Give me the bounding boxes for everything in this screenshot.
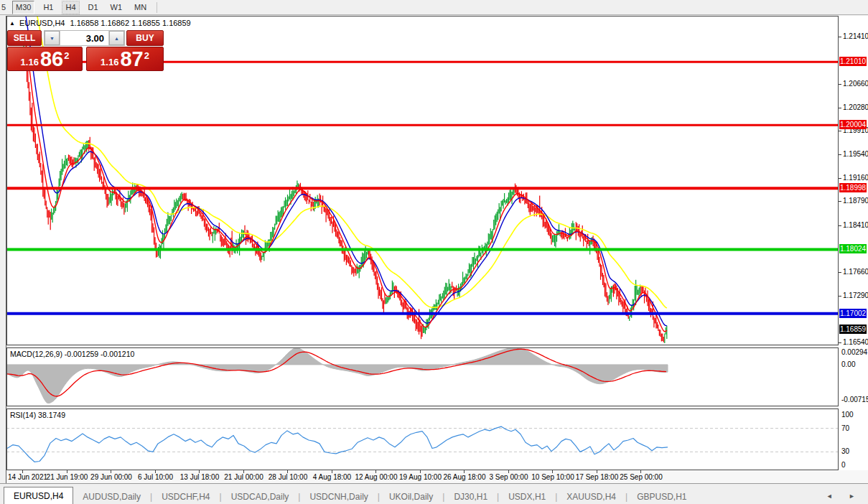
timeframe-button-5[interactable]: 5 xyxy=(0,1,7,14)
macd-axis-bottom: -0.007151 xyxy=(841,396,868,404)
price-tick-mark xyxy=(839,178,841,179)
timeframe-button-mn[interactable]: MN xyxy=(131,1,150,14)
chevron-down-icon: ▼ xyxy=(50,36,55,41)
volume-decrease-button[interactable]: ▼ xyxy=(45,31,60,45)
volume-spinner: ▼ ▲ xyxy=(44,30,125,46)
price-level-label-1.17002: 1.17002 xyxy=(839,309,867,318)
price-tick-label: 1.19160 xyxy=(843,174,867,182)
price-tick-label: 1.18790 xyxy=(843,197,867,205)
time-axis: 14 Jun 202121 Jun 19:0029 Jun 00:006 Jul… xyxy=(6,470,868,483)
buy-price-button[interactable]: 1.16 87 2 xyxy=(86,47,164,71)
rsi-axis-0: 0 xyxy=(841,461,846,470)
price-tick-mark xyxy=(839,272,841,273)
macd-indicator-label: MACD(12,26,9) -0.001259 -0.001210 xyxy=(10,350,134,358)
volume-increase-button[interactable]: ▲ xyxy=(109,31,124,45)
price-tick-label: 1.17290 xyxy=(843,291,867,300)
timeframe-button-w1[interactable]: W1 xyxy=(107,1,126,14)
time-tick-label: 10 Sep 10:00 xyxy=(528,473,578,481)
rsi-axis-30: 30 xyxy=(841,447,849,456)
rsi-canvas[interactable] xyxy=(6,409,839,470)
price-tick-label: 1.19540 xyxy=(843,150,867,159)
rsi-axis-70: 70 xyxy=(841,424,849,433)
tab-usdcnh-daily[interactable]: USDCNH,Daily xyxy=(300,490,377,504)
time-tick-label: 19 Aug 10:00 xyxy=(396,473,446,481)
price-tick-mark xyxy=(839,296,841,297)
chevron-up-icon: ▲ xyxy=(114,36,119,41)
macd-axis-top: 0.002947 xyxy=(841,348,868,357)
time-tick-label: 21 Jul 00:00 xyxy=(219,473,269,481)
time-tick-label: 17 Sep 18:00 xyxy=(572,473,622,481)
tab-usdx-h1[interactable]: USDX,H1 xyxy=(499,490,555,504)
rsi-indicator-label: RSI(14) 38.1749 xyxy=(10,411,65,419)
candles-down xyxy=(24,47,663,342)
timeframe-button-d1[interactable]: D1 xyxy=(85,1,102,14)
time-tick-label: 28 Jul 10:00 xyxy=(263,473,313,481)
tab-dj30-h1[interactable]: DJ30,H1 xyxy=(444,490,497,504)
sell-button[interactable]: SELL xyxy=(7,30,42,46)
price-tick-label: 1.16540 xyxy=(843,338,867,347)
time-tick-label: 4 Aug 18:00 xyxy=(307,473,358,481)
time-tick-label: 13 Jul 18:00 xyxy=(174,473,225,481)
chart-header: ▲ EURUSD,H4 1.16858 1.16862 1.16855 1.16… xyxy=(9,19,191,27)
chart-header-symbol: EURUSD,H4 xyxy=(19,19,65,27)
volume-input[interactable] xyxy=(60,31,109,45)
price-tick-mark xyxy=(839,37,841,37)
one-click-trading-panel: SELL ▼ ▲ BUY 1.16 86 2 1.16 87 2 xyxy=(7,30,164,71)
time-tick-label: 3 Sep 00:00 xyxy=(484,473,534,481)
price-tick-mark xyxy=(839,225,841,226)
price-tick-mark xyxy=(839,342,841,343)
time-tick-label: 12 Aug 00:00 xyxy=(351,473,401,481)
time-tick-label: 21 Jun 19:00 xyxy=(42,473,93,481)
price-level-label-1.20004: 1.20004 xyxy=(839,120,867,129)
timeframe-buttons: 5M30H1H4D1W1MN xyxy=(0,1,150,14)
time-tick-label: 6 Jul 10:00 xyxy=(131,473,181,481)
buy-big-figure: 1.16 xyxy=(101,57,118,67)
price-tick-mark xyxy=(839,131,841,131)
tab-usdcad-daily[interactable]: USDCAD,Daily xyxy=(222,490,299,504)
ma-fast-line xyxy=(24,34,667,332)
sell-pipette: 2 xyxy=(64,50,69,61)
tab-usdchf-h4[interactable]: USDCHF,H4 xyxy=(152,490,219,504)
price-level-label-1.21010: 1.21010 xyxy=(839,57,867,66)
rsi-pane-border xyxy=(7,409,839,470)
timeframe-button-h1[interactable]: H1 xyxy=(39,1,57,14)
tab-ukoil-daily[interactable]: UKOil,Daily xyxy=(380,490,442,504)
price-tick-label: 1.17660 xyxy=(843,268,867,276)
price-level-label-1.18024: 1.18024 xyxy=(839,244,867,253)
toolbar-separator xyxy=(157,2,157,13)
chart-header-ohlc: 1.16858 1.16862 1.16855 1.16859 xyxy=(70,19,191,27)
tab-scroll-arrows[interactable]: ◄ ► xyxy=(826,493,862,500)
current-price-label: 1.16859 xyxy=(839,325,867,334)
tab-gbpusd-h1[interactable]: GBPUSD,H1 xyxy=(627,490,696,504)
tab-xauusd-h4[interactable]: XAUUSD,H4 xyxy=(557,490,625,504)
rsi-line xyxy=(7,426,668,462)
price-tick-label: 1.18410 xyxy=(843,221,867,230)
chart-marker-icon: ▲ xyxy=(9,19,15,27)
tab-audusd-daily[interactable]: AUDUSD,Daily xyxy=(73,490,150,504)
time-tick-label: 25 Sep 00:00 xyxy=(616,473,666,481)
buy-button[interactable]: BUY xyxy=(126,30,164,46)
price-tick-mark xyxy=(839,154,841,155)
price-tick-mark xyxy=(839,84,841,85)
sell-big-figure: 1.16 xyxy=(21,57,39,67)
chart-tabs: EURUSD,H4AUDUSD,Daily|USDCHF,H4|USDCAD,D… xyxy=(0,487,696,504)
price-tick-mark xyxy=(839,201,841,202)
rsi-axis-100: 100 xyxy=(841,411,854,419)
price-tick-label: 1.21410 xyxy=(843,32,867,41)
buy-pips: 87 xyxy=(120,48,143,70)
chart-tabs-bar: EURUSD,H4AUDUSD,Daily|USDCHF,H4|USDCAD,D… xyxy=(0,483,868,504)
time-tick-label: 26 Aug 18:00 xyxy=(439,473,490,481)
price-tick-mark xyxy=(839,108,841,108)
sell-pips: 86 xyxy=(40,48,63,70)
tab-eurusd-h4[interactable]: EURUSD,H4 xyxy=(4,487,73,504)
macd-axis-zero: 0.00 xyxy=(841,360,855,369)
timeframe-button-m30[interactable]: M30 xyxy=(12,1,34,14)
price-tick-label: 1.20660 xyxy=(843,80,867,88)
timeframe-button-h4[interactable]: H4 xyxy=(62,1,79,14)
time-tick-label: 29 Jun 00:00 xyxy=(86,473,136,481)
sell-price-button[interactable]: 1.16 86 2 xyxy=(7,47,83,71)
buy-pipette: 2 xyxy=(144,50,149,61)
timeframe-toolbar: 5M30H1H4D1W1MN xyxy=(0,0,868,15)
price-tick-label: 1.20280 xyxy=(843,103,867,112)
mt4-app: { "toolbar": { "timeframes": [ {"label":… xyxy=(0,0,868,504)
